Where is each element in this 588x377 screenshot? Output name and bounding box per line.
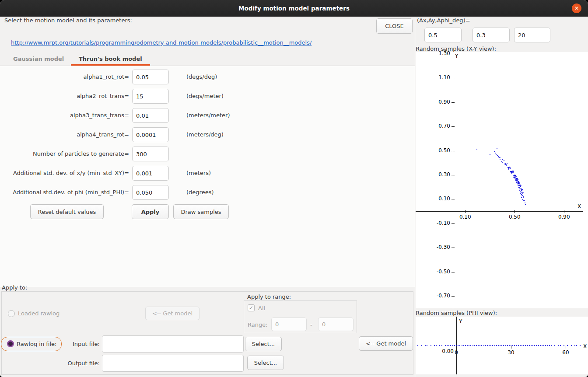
get-model-bottom-button[interactable]: <-- Get model	[359, 336, 413, 351]
range-from-input[interactable]	[271, 318, 307, 331]
alpha3-input[interactable]	[132, 108, 169, 123]
sample-point	[485, 345, 486, 346]
x-axis-line	[416, 347, 582, 347]
alpha3-label: alpha3_trans_trans=	[0, 112, 129, 119]
sample-point	[494, 345, 495, 346]
sample-point	[521, 188, 522, 189]
draw-samples-button[interactable]: Draw samples	[173, 204, 229, 219]
sample-point	[434, 345, 435, 346]
sample-point	[421, 345, 422, 346]
sample-point	[445, 345, 446, 346]
documentation-link[interactable]: http://www.mrpt.org/tutorials/programmin…	[11, 39, 312, 46]
y-tick-label: 0.30	[431, 171, 450, 178]
sample-point	[495, 153, 496, 154]
tab-thruns-book-model[interactable]: Thrun's book model	[71, 52, 150, 66]
sample-point	[516, 179, 517, 180]
sample-point	[417, 345, 418, 346]
sample-point	[522, 189, 523, 190]
sample-point	[532, 345, 533, 346]
sample-point	[517, 178, 518, 179]
titlebar: Modify motion model parameters ✕	[0, 0, 588, 17]
sample-point	[476, 345, 477, 346]
select-input-file-button[interactable]: Select...	[245, 337, 282, 351]
sample-point	[472, 345, 473, 346]
x-axis-label: X	[583, 343, 587, 349]
sample-point	[509, 345, 510, 346]
sample-point	[441, 345, 442, 346]
get-model-top-button[interactable]: <-- Get model	[145, 307, 200, 320]
sample-point	[507, 163, 508, 164]
min-std-xy-label: Additional std. dev. of x/y (min_std_XY)…	[0, 170, 129, 177]
ay-input[interactable]	[472, 28, 510, 42]
particles-input[interactable]	[132, 147, 169, 161]
sample-point	[576, 345, 577, 346]
sample-point	[490, 345, 491, 346]
min-std-xy-input[interactable]	[132, 166, 169, 181]
y-tick-mark	[452, 199, 455, 199]
sample-point	[458, 345, 458, 346]
y-tick-label: -0.70	[431, 293, 450, 299]
sample-point	[496, 154, 497, 155]
y-tick-label: 0.70	[431, 123, 450, 129]
y-tick-mark	[455, 347, 458, 347]
alpha2-input[interactable]	[132, 89, 169, 104]
sample-point	[520, 186, 521, 187]
xy-plot: XY0.100.500.901.301.100.900.700.500.300.…	[416, 52, 588, 308]
loaded-rawlog-radio[interactable]	[8, 310, 15, 317]
y-axis-label: Y	[459, 318, 462, 325]
apply-to-group-label: Apply to:	[2, 284, 27, 291]
sample-point	[529, 345, 530, 346]
sample-point	[494, 151, 495, 152]
sample-point	[514, 345, 515, 346]
x-tick-mark	[564, 210, 564, 213]
x-tick-label: 0.50	[505, 214, 524, 220]
rawlog-in-file-radio[interactable]	[7, 340, 14, 347]
input-file-field[interactable]	[102, 335, 244, 353]
aphi-input[interactable]	[514, 28, 550, 42]
alpha4-unit: (meters/deg)	[186, 131, 224, 138]
sample-point	[507, 345, 508, 346]
min-std-phi-input[interactable]	[132, 185, 169, 200]
sample-point	[564, 345, 564, 346]
range-to-input[interactable]	[318, 318, 354, 331]
sample-point	[511, 345, 511, 346]
sample-point	[525, 204, 526, 205]
sample-point	[502, 159, 503, 160]
all-checkbox[interactable]: ✓	[248, 304, 255, 311]
sample-point	[487, 345, 488, 346]
sample-point	[498, 345, 499, 346]
sample-point	[522, 345, 522, 346]
apply-button[interactable]: Apply	[132, 204, 169, 219]
sample-point	[510, 168, 511, 168]
sample-point	[571, 345, 572, 346]
select-output-file-button[interactable]: Select...	[247, 356, 284, 370]
sample-point	[515, 175, 516, 176]
sample-point	[540, 345, 541, 346]
sample-point	[480, 345, 480, 346]
range-label: Range:	[248, 321, 268, 328]
output-file-label: Output file:	[26, 360, 100, 367]
sample-point	[524, 200, 525, 201]
sample-point	[518, 179, 518, 180]
ax-input[interactable]	[424, 28, 462, 42]
window-close-button[interactable]: ✕	[572, 3, 581, 13]
x-tick-label: 30	[501, 349, 521, 356]
tab-gaussian-model[interactable]: Gaussian model	[5, 52, 72, 66]
sample-point	[525, 345, 526, 346]
y-tick-label: -0.50	[431, 269, 450, 275]
xy-plot-title: Random samples (X-Y view):	[416, 45, 496, 52]
output-file-field[interactable]	[102, 355, 244, 372]
alpha4-input[interactable]	[132, 127, 169, 142]
min-std-phi-label: Additional std.dev. of phi (min_std_PHI)…	[0, 189, 129, 196]
sample-point	[505, 345, 506, 346]
reset-default-values-button[interactable]: Reset default values	[30, 204, 104, 219]
sample-point	[519, 182, 520, 183]
sample-point	[436, 345, 437, 346]
sample-point	[551, 345, 552, 346]
sample-point	[467, 345, 468, 346]
close-dialog-button[interactable]: CLOSE	[376, 18, 413, 34]
sample-point	[450, 345, 451, 346]
alpha1-input[interactable]	[132, 70, 169, 84]
sample-point	[439, 345, 440, 346]
x-tick-mark	[465, 210, 466, 213]
